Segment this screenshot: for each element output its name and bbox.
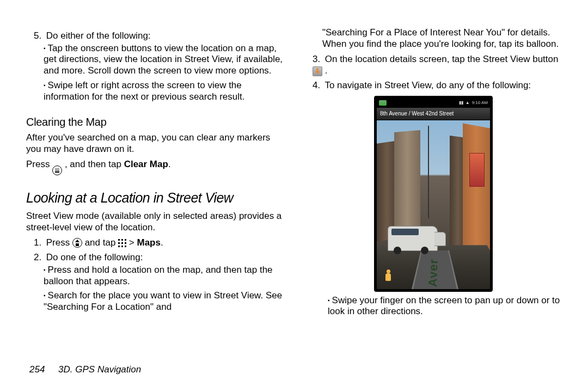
clearing-map-heading: Clearing the Map bbox=[26, 115, 283, 128]
street-view-para: Street View mode (available only in sele… bbox=[26, 211, 283, 233]
home-key-icon bbox=[72, 238, 82, 248]
sv-step-2-text: Do one of the following: bbox=[46, 252, 143, 262]
wifi-icon: ▲ bbox=[465, 100, 470, 106]
continuation-text: "Searching For a Place of Interest Near … bbox=[322, 27, 562, 50]
sv-step-3-post: . bbox=[325, 65, 328, 76]
street-view-heading: Looking at a Location in Street View bbox=[26, 189, 283, 206]
step-5-bullet-2: Swipe left or right across the screen to… bbox=[44, 80, 283, 102]
apps-grid-icon bbox=[118, 239, 126, 247]
step-5-bullet-1: Tap the onscreen buttons to view the loc… bbox=[44, 43, 283, 77]
pegman-icon bbox=[384, 270, 392, 281]
sv-step-3-pre: On the location details screen, tap the … bbox=[325, 54, 559, 64]
sv-step-1-post: . bbox=[161, 237, 163, 248]
street-view-address-bar: 8th Avenue / West 42nd Street bbox=[377, 108, 490, 120]
carrier-icon bbox=[379, 100, 387, 106]
street-view-button-icon bbox=[313, 66, 322, 76]
sv-step-1: 1. Press and tap > Maps. bbox=[34, 237, 283, 249]
sv-step-1-mid: and tap bbox=[85, 237, 118, 248]
manual-page: 5. Do either of the following: Tap the o… bbox=[0, 0, 588, 392]
sv-step-2-num: 2. bbox=[34, 252, 44, 264]
clearing-bold: Clear Map bbox=[124, 159, 168, 169]
sv-step-2-bullet-1: Press and hold a location on the map, an… bbox=[44, 265, 283, 287]
building-right-icon bbox=[463, 123, 490, 259]
sv-step-4: 4. To navigate in Street View, do any of… bbox=[313, 80, 562, 91]
signal-icon: ▮▮ bbox=[459, 100, 463, 106]
sv-step-1-num: 1. bbox=[34, 237, 44, 249]
right-column: "Searching For a Place of Interest Near … bbox=[305, 27, 562, 354]
sv-step-3: 3. On the location details screen, tap t… bbox=[313, 54, 562, 76]
van-icon bbox=[388, 226, 438, 251]
page-footer: 254 3D. GPS Navigation bbox=[26, 364, 562, 376]
clearing-map-para: After you've searched on a map, you can … bbox=[26, 132, 283, 155]
page-number: 254 bbox=[29, 364, 45, 375]
sv-step-1-bold: Maps bbox=[137, 237, 161, 248]
sv-step-1-pre: Press bbox=[46, 237, 72, 248]
sv-step-4-bullet-1: Swipe your finger on the screen to pan u… bbox=[328, 295, 562, 317]
menu-key-icon bbox=[52, 166, 62, 175]
clearing-map-instruction: Press , and then tap Clear Map. bbox=[26, 159, 283, 175]
sv-step-3-num: 3. bbox=[313, 54, 322, 65]
road-overlay-label: n Aver bbox=[425, 258, 441, 289]
step-5-number: 5. bbox=[34, 30, 44, 42]
street-pole-icon bbox=[428, 126, 429, 218]
status-time: 9:10 AM bbox=[472, 100, 488, 106]
section-title: 3D. GPS Navigation bbox=[58, 364, 141, 375]
menu-lines-icon bbox=[55, 169, 59, 173]
two-column-layout: 5. Do either of the following: Tap the o… bbox=[26, 27, 562, 354]
sv-step-4-num: 4. bbox=[313, 80, 322, 91]
sv-step-2: 2. Do one of the following: bbox=[34, 252, 283, 264]
phone-status-bar: ▮▮ ▲ 9:10 AM bbox=[377, 99, 490, 108]
clearing-mid: , and then tap bbox=[65, 159, 124, 169]
street-view-screenshot: ▮▮ ▲ 9:10 AM 8th Avenue / West 42nd Stre… bbox=[374, 96, 493, 292]
clearing-post: . bbox=[168, 159, 171, 169]
sv-step-1-arrow: > bbox=[129, 237, 137, 248]
sv-step-4-text: To navigate in Street View, do any of th… bbox=[324, 80, 531, 90]
sv-step-2-bullet-2: Search for the place you want to view in… bbox=[44, 290, 283, 313]
left-column: 5. Do either of the following: Tap the o… bbox=[26, 27, 283, 354]
step-5-text: Do either of the following: bbox=[46, 30, 151, 41]
street-view-scene: n Aver bbox=[377, 120, 490, 289]
step-5: 5. Do either of the following: bbox=[34, 30, 283, 42]
clearing-pre: Press bbox=[26, 159, 52, 169]
billboard-icon bbox=[469, 153, 485, 187]
